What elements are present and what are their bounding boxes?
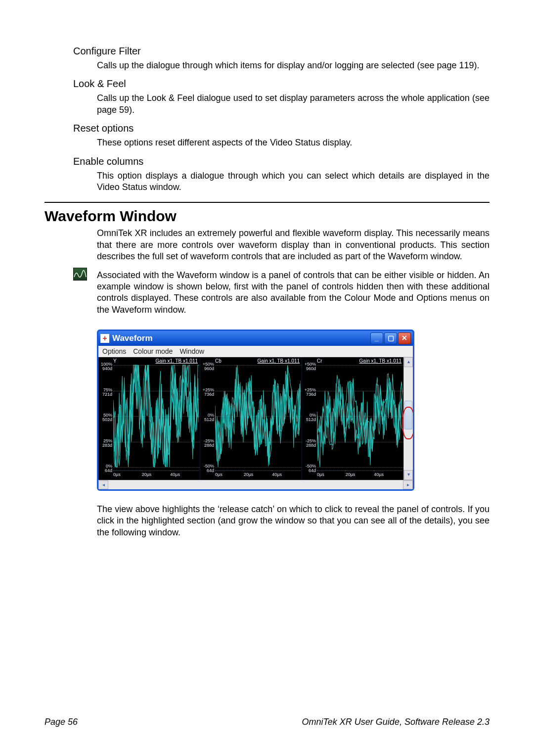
y-tick-label: -25%288d <box>301 439 316 448</box>
waveform-trace <box>113 357 199 480</box>
y-tick-label: 75%721d <box>97 388 112 397</box>
plot-gain-label: Gain x1, TB x1.011 <box>258 358 300 364</box>
text-reset-options: These options reset different aspects of… <box>97 137 490 148</box>
y-tick-label: +50%960d <box>199 362 214 371</box>
scroll-up-icon[interactable]: ▴ <box>404 357 413 367</box>
heading-look-feel: Look & Feel <box>73 78 490 90</box>
x-tick-label: 0µs <box>317 471 346 477</box>
section-divider <box>44 202 490 203</box>
waveform-body: YGain x1, TB x1.011100%940d75%721d50%502… <box>98 357 413 480</box>
waveform-window: + Waveform _ ▢ ✕ Options Colour mode Win… <box>97 330 414 491</box>
x-tick-label: 40µs <box>374 471 402 477</box>
maximize-button[interactable]: ▢ <box>384 332 397 344</box>
y-tick-label: 25%283d <box>97 439 112 448</box>
y-tick-label: 100%940d <box>97 362 112 371</box>
x-tick-label: 20µs <box>244 471 272 477</box>
vertical-scrollbar[interactable]: ▴ ▾ <box>403 357 413 480</box>
window-menubar: Options Colour mode Window <box>98 346 413 357</box>
scroll-down-icon[interactable]: ▾ <box>404 470 413 480</box>
heading-reset-options: Reset options <box>73 123 490 134</box>
scroll-thumb[interactable] <box>404 401 412 429</box>
heading-configure-filter: Configure Filter <box>73 46 490 57</box>
menu-colour-mode[interactable]: Colour mode <box>133 347 173 355</box>
plot-gain-label: Gain x1, TB x1.011 <box>359 358 401 364</box>
scroll-left-icon[interactable]: ◂ <box>98 480 108 489</box>
plot-gain-label: Gain x1, TB x1.011 <box>156 358 198 364</box>
menu-options[interactable]: Options <box>102 347 126 355</box>
text-enable-columns: This option displays a dialogue through … <box>97 170 490 193</box>
plot-channel-label: Y <box>113 358 117 364</box>
text-look-feel: Calls up the Look & Feel dialogue used t… <box>97 93 490 116</box>
y-tick-label: -25%288d <box>199 439 214 448</box>
horizontal-scrollbar[interactable]: ◂ ▸ <box>98 480 413 489</box>
y-tick-label: +25%736d <box>199 388 214 397</box>
scroll-right-icon[interactable]: ▸ <box>403 480 413 489</box>
x-tick-label: 0µs <box>113 471 142 477</box>
waveform-trace <box>317 357 402 480</box>
close-button[interactable]: ✕ <box>398 332 411 344</box>
text-configure-filter: Calls up the dialogue through which item… <box>97 60 490 71</box>
waveform-plot-y[interactable]: YGain x1, TB x1.011100%940d75%721d50%502… <box>98 357 200 480</box>
window-title: Waveform <box>112 333 153 343</box>
waveform-trace <box>215 357 301 480</box>
minimize-button[interactable]: _ <box>370 332 383 344</box>
x-tick-label: 40µs <box>272 471 301 477</box>
waveform-para1: OmniTek XR includes an extremely powerfu… <box>97 228 490 262</box>
plot-channel-label: Cr <box>317 358 322 364</box>
heading-enable-columns: Enable columns <box>73 156 490 167</box>
footer-guide: OmniTek XR User Guide, Software Release … <box>302 717 490 727</box>
y-tick-label: +50%960d <box>301 362 316 371</box>
waveform-para3: The view above highlights the ‘release c… <box>97 504 490 538</box>
x-tick-label: 40µs <box>170 471 199 477</box>
window-titlebar[interactable]: + Waveform _ ▢ ✕ <box>98 331 413 346</box>
app-icon: + <box>100 334 109 343</box>
waveform-plot-cr[interactable]: CrGain x1, TB x1.011+50%960d+25%736d0%51… <box>302 357 403 480</box>
plot-channel-label: Cb <box>215 358 222 364</box>
y-tick-label: -50%64d <box>199 464 214 473</box>
y-tick-label: 0%512d <box>199 413 214 422</box>
waveform-plot-cb[interactable]: CbGain x1, TB x1.011+50%960d+25%736d0%51… <box>200 357 302 480</box>
menu-window[interactable]: Window <box>179 347 204 355</box>
x-tick-label: 20µs <box>346 471 374 477</box>
y-tick-label: 0%64d <box>97 464 112 473</box>
section-title-waveform: Waveform Window <box>44 208 490 225</box>
y-tick-label: +25%736d <box>301 388 316 397</box>
x-tick-label: 0µs <box>215 471 244 477</box>
waveform-icon <box>73 268 87 281</box>
waveform-para2: Associated with the Waveform window is a… <box>97 270 490 316</box>
y-tick-label: 0%512d <box>301 413 316 422</box>
footer-page: Page 56 <box>44 717 78 727</box>
y-tick-label: 50%502d <box>97 413 112 422</box>
x-tick-label: 20µs <box>142 471 171 477</box>
y-tick-label: -50%64d <box>301 464 316 473</box>
